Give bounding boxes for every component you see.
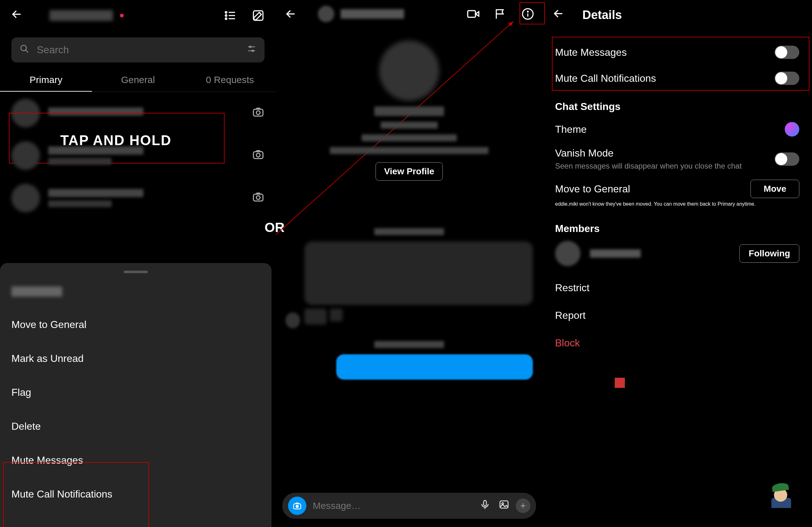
info-icon[interactable] (520, 6, 536, 22)
chat-header (276, 0, 542, 28)
following-button[interactable]: Following (739, 244, 799, 263)
tab-general[interactable]: General (92, 69, 184, 92)
svg-rect-13 (253, 109, 263, 116)
menu-mute-messages[interactable]: Mute Messages (11, 454, 260, 466)
dm-tabs: Primary General 0 Requests (0, 69, 276, 92)
vanish-row: Vanish Mode Seen messages will disappear… (555, 143, 799, 175)
svg-line-8 (26, 50, 28, 52)
svg-point-14 (256, 110, 260, 115)
vanish-toggle[interactable] (774, 152, 799, 166)
incoming-message (276, 241, 542, 328)
camera-icon[interactable] (252, 106, 264, 121)
search-input[interactable] (37, 44, 247, 56)
context-menu: Move to General Mark as Unread Flag Dele… (0, 263, 272, 527)
message-bubble[interactable] (336, 354, 533, 380)
svg-point-18 (256, 196, 260, 199)
theme-label: Theme (555, 124, 587, 135)
move-row: Move to General Move (555, 175, 799, 202)
mute-calls-label: Mute Call Notifications (555, 73, 656, 84)
menu-mute-calls[interactable]: Mute Call Notifications (11, 488, 260, 500)
more-icon[interactable]: + (516, 498, 530, 513)
vanish-sublabel: Seen messages will disappear when you cl… (555, 161, 742, 171)
theme-row[interactable]: Theme (555, 116, 799, 143)
page-title: Details (582, 8, 622, 22)
chat-row[interactable] (0, 92, 276, 134)
back-icon[interactable] (552, 6, 565, 24)
camera-icon[interactable] (252, 148, 264, 164)
svg-rect-28 (500, 501, 508, 508)
details-screen: Details Mute Messages Mute Call Notifica… (542, 0, 812, 527)
avatar (286, 313, 300, 328)
details-body: Mute Messages Mute Call Notifications Ch… (542, 30, 812, 358)
mascot-icon (770, 482, 793, 508)
chat-screen: OR View Profile (276, 0, 542, 527)
vanish-label: Vanish Mode (555, 147, 742, 159)
annotation-or: OR (264, 220, 285, 235)
mute-messages-toggle[interactable] (774, 46, 799, 59)
timestamp (374, 341, 444, 348)
svg-rect-20 (468, 11, 476, 17)
menu-mark-unread[interactable]: Mark as Unread (11, 353, 260, 364)
block-action[interactable]: Block (555, 337, 799, 349)
search-bar[interactable] (11, 37, 264, 62)
outgoing-message (276, 354, 542, 390)
compose-icon[interactable] (250, 8, 266, 23)
list-icon[interactable] (223, 8, 238, 23)
mute-calls-toggle[interactable] (774, 72, 799, 85)
search-icon (20, 44, 29, 56)
message-bubble[interactable] (304, 241, 533, 305)
account-username[interactable] (49, 10, 113, 21)
profile-handle (381, 122, 438, 129)
report-action[interactable]: Report (555, 310, 799, 321)
mute-messages-label: Mute Messages (555, 47, 627, 58)
message-input[interactable] (313, 500, 472, 511)
details-header: Details (542, 0, 812, 30)
reaction[interactable] (304, 308, 327, 325)
video-call-icon[interactable] (465, 6, 481, 22)
menu-flag[interactable]: Flag (11, 387, 260, 398)
move-button[interactable]: Move (751, 180, 799, 198)
move-sublabel: eddie.miki won't know they've been moved… (555, 201, 799, 207)
tab-requests[interactable]: 0 Requests (184, 69, 276, 92)
menu-delete[interactable]: Delete (11, 421, 260, 432)
profile-meta (362, 134, 457, 141)
reaction[interactable] (330, 308, 343, 321)
profile-preview: View Profile (276, 41, 542, 181)
camera-icon[interactable] (252, 191, 264, 206)
avatar (11, 99, 40, 127)
filter-icon[interactable] (247, 44, 256, 56)
camera-button[interactable] (288, 497, 306, 515)
back-icon[interactable] (282, 6, 299, 22)
dm-list-screen: Primary General 0 Requests TAP AND HOLD … (0, 0, 276, 527)
avatar[interactable] (555, 241, 580, 266)
tab-primary[interactable]: Primary (0, 69, 92, 92)
restrict-action[interactable]: Restrict (555, 282, 799, 294)
svg-point-25 (295, 505, 299, 508)
timestamp (374, 228, 444, 235)
member-row: Following (555, 241, 799, 266)
flag-icon[interactable] (492, 6, 509, 22)
avatar[interactable] (318, 6, 334, 22)
svg-point-0 (225, 12, 227, 13)
svg-rect-17 (253, 194, 263, 201)
unread-dot (120, 14, 124, 17)
svg-point-2 (225, 15, 227, 16)
profile-name (374, 106, 444, 116)
member-name (590, 250, 641, 258)
menu-move-general[interactable]: Move to General (11, 319, 260, 331)
view-profile-button[interactable]: View Profile (376, 162, 443, 181)
annotation-tap-hold: TAP AND HOLD (60, 133, 172, 148)
svg-point-4 (225, 18, 227, 20)
gallery-icon[interactable] (498, 499, 509, 512)
back-icon[interactable] (10, 7, 23, 24)
chat-row[interactable] (0, 177, 276, 219)
chat-settings-title: Chat Settings (555, 101, 799, 112)
avatar (11, 141, 40, 170)
mute-calls-row: Mute Call Notifications (555, 65, 799, 91)
svg-rect-15 (253, 151, 263, 159)
avatar[interactable] (379, 41, 439, 101)
svg-point-16 (256, 153, 260, 157)
chat-username[interactable] (340, 9, 404, 19)
drag-handle[interactable] (124, 271, 148, 273)
microphone-icon[interactable] (480, 499, 490, 512)
